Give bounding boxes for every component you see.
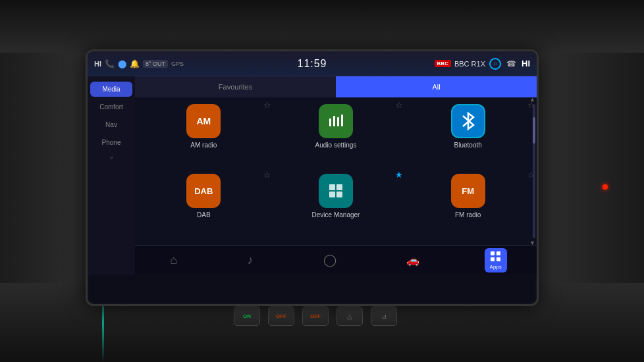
sidebar-item-media[interactable]: Media [90, 82, 132, 97]
greeting-left: HI [94, 60, 101, 68]
control-button-4[interactable]: △ [336, 306, 363, 326]
app-audio-settings[interactable]: ☆ Audio settings [273, 104, 400, 168]
bottom-navigation: ⌂ ♪ ◯ 🚗 [135, 245, 537, 274]
on-label: ON [243, 313, 251, 319]
dashboard-top [0, 0, 644, 53]
nav-home[interactable]: ⌂ [165, 251, 182, 270]
sidebar-item-comfort[interactable]: Comfort [90, 99, 132, 115]
nav-car[interactable]: 🚗 [401, 251, 425, 269]
apps-nav-label: Apps [490, 264, 502, 270]
temperature-display: 8° OUT [143, 60, 168, 68]
am-radio-label: AM radio [190, 142, 217, 149]
fm-radio-icon: FM [451, 174, 485, 208]
sidebar-item-phone[interactable]: Phone [90, 135, 132, 150]
svg-rect-4 [329, 184, 335, 190]
svg-rect-6 [329, 192, 335, 197]
status-right-section: ○ ☎ HI [489, 58, 530, 70]
ctrl-icon2: ⊿ [381, 313, 387, 320]
circle-icon: ◯ [323, 253, 336, 267]
scroll-up-arrow[interactable]: ▲ [529, 96, 535, 103]
bluetooth-svg [460, 111, 476, 132]
device-manager-icon [319, 174, 353, 208]
power-on-button[interactable]: ON [234, 306, 260, 326]
tab-favourites[interactable]: Favourites [135, 76, 336, 97]
car-dashboard: ON OFF OFF △ ⊿ HI 📞 ⬤ 🔔 8° OUT GPS 11:5 [0, 0, 644, 362]
device-manager-svg [327, 182, 345, 200]
audio-settings-label: Audio settings [315, 142, 357, 149]
dab-label: DAB [197, 211, 211, 219]
svg-rect-8 [491, 251, 495, 255]
content-area: Favourites All AM ☆ AM radio [135, 76, 537, 274]
device-manager-fav-star[interactable]: ★ [395, 170, 403, 180]
bell-icon: 🔔 [130, 59, 140, 68]
gps-indicator: GPS [171, 61, 184, 67]
svg-rect-9 [496, 251, 500, 255]
svg-rect-1 [333, 116, 335, 126]
nav-apps[interactable]: Apps [485, 248, 507, 272]
status-bar: HI 📞 ⬤ 🔔 8° OUT GPS 11:59 BBC BBC R1X ○ … [88, 51, 537, 76]
bbc-badge: BBC [435, 60, 451, 67]
scroll-down-arrow[interactable]: ▼ [529, 240, 535, 246]
app-grid: AM ☆ AM radio [135, 97, 537, 245]
music-icon: ♪ [247, 253, 253, 267]
infotainment-screen: HI 📞 ⬤ 🔔 8° OUT GPS 11:59 BBC BBC R1X ○ … [86, 49, 539, 306]
main-content-area: Media Comfort Nav Phone ˅ Favourite [88, 76, 537, 274]
dab-icon: DAB [186, 174, 221, 208]
scroll-thumb [533, 117, 535, 143]
sidebar-item-nav[interactable]: Nav [90, 117, 132, 132]
apps-grid-icon [490, 251, 502, 263]
control-button-5[interactable]: ⊿ [371, 306, 397, 326]
svg-rect-7 [336, 192, 342, 197]
svg-rect-0 [329, 118, 331, 126]
app-am-radio[interactable]: AM ☆ AM radio [140, 104, 267, 168]
svg-rect-5 [336, 184, 342, 190]
scroll-bar: ▲ ▼ [533, 104, 535, 238]
audio-settings-icon [319, 104, 353, 138]
tab-all[interactable]: All [336, 76, 537, 97]
bluetooth-icon [451, 104, 485, 138]
nav-circle[interactable]: ◯ [318, 250, 342, 270]
station-name: BBC R1X [454, 60, 485, 68]
am-radio-fav-star[interactable]: ☆ [263, 100, 271, 110]
audio-settings-fav-star[interactable]: ☆ [395, 100, 403, 110]
clock-display: 11:59 [297, 58, 327, 70]
red-indicator [603, 184, 608, 190]
greeting-right: HI [522, 59, 530, 68]
bluetooth-status-icon: ⬤ [118, 59, 126, 68]
dab-fav-star[interactable]: ☆ [263, 170, 271, 180]
power-off-button-1[interactable]: OFF [268, 306, 294, 326]
sidebar-scroll-down[interactable]: ˅ [88, 153, 135, 168]
device-manager-label: Device Manager [312, 211, 360, 219]
svg-rect-11 [496, 257, 500, 261]
app-bluetooth[interactable]: ☆ Bluetooth [404, 104, 531, 168]
alexa-button[interactable]: ○ [489, 58, 501, 70]
app-fm-radio[interactable]: FM ☆ FM radio [404, 174, 531, 238]
phone-icon: ☎ [506, 59, 516, 68]
svg-rect-10 [491, 257, 495, 261]
svg-rect-3 [341, 115, 343, 126]
tabs-bar: Favourites All [135, 76, 537, 97]
sidebar: Media Comfort Nav Phone ˅ [88, 76, 135, 274]
off-label-2: OFF [310, 313, 321, 319]
audio-settings-svg [327, 112, 345, 130]
svg-rect-2 [337, 117, 339, 126]
am-radio-icon: AM [186, 104, 221, 138]
status-left-section: HI 📞 ⬤ 🔔 8° OUT GPS [94, 59, 431, 68]
ctrl-icon: △ [347, 313, 352, 320]
phone-connected-icon: 📞 [105, 59, 115, 68]
nav-music[interactable]: ♪ [242, 251, 258, 270]
station-display: BBC BBC R1X [435, 60, 485, 68]
car-icon: 🚗 [406, 254, 419, 267]
power-off-button-2[interactable]: OFF [302, 306, 329, 326]
bluetooth-label: Bluetooth [454, 142, 482, 149]
app-device-manager[interactable]: ★ Device Manager [273, 174, 400, 238]
home-icon: ⌂ [170, 253, 177, 267]
fm-radio-label: FM radio [455, 211, 481, 219]
off-label-1: OFF [276, 313, 286, 319]
app-dab[interactable]: DAB ☆ DAB [140, 174, 267, 238]
